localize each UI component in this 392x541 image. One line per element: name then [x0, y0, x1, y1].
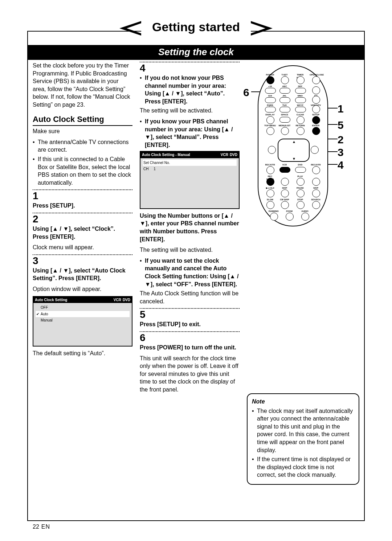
open-close-button[interactable]: [312, 76, 320, 84]
btn-label: DISPLAY: [264, 113, 276, 116]
callout-5: 5: [338, 118, 344, 133]
note-item: The clock may set itself automatically a…: [252, 407, 354, 454]
makesure-item: The antenna/Cable TV connections are cor…: [33, 138, 132, 154]
nav-up-icon: ▲: [292, 139, 296, 144]
osd-option-auto: ✔Auto: [36, 311, 130, 317]
num-1-button[interactable]: [265, 88, 276, 94]
display-button[interactable]: [266, 116, 274, 124]
btn-label: DUBBING: [268, 210, 280, 213]
num-3-button[interactable]: [295, 88, 306, 94]
step-6-instruction: Press [POWER] to turn off the unit.: [140, 344, 240, 352]
power-button[interactable]: [266, 76, 274, 84]
clear-button[interactable]: [297, 116, 305, 124]
vcr-mode-button[interactable]: [279, 167, 290, 173]
osd-tag: VCR: [114, 298, 121, 303]
osd-tag: DVD: [230, 152, 237, 157]
osd-tag: DVD: [123, 298, 130, 303]
btn-label: +10: [264, 85, 276, 88]
osd-title: Auto Clock Setting: [35, 298, 67, 303]
osd-title: Auto Clock Setting - Manual: [142, 152, 190, 157]
btn-label: SLOW: [264, 198, 276, 201]
btn-label: REC/OTR: [264, 163, 276, 166]
num-8-button[interactable]: [279, 107, 290, 112]
makesure-item: If this unit is connected to a Cable Box…: [33, 155, 132, 187]
num-4-button[interactable]: [265, 97, 276, 103]
btn-label: POWER: [264, 73, 276, 76]
num-6-button[interactable]: [295, 97, 306, 103]
rec-speed-button[interactable]: [266, 178, 274, 186]
num-9-button[interactable]: [295, 107, 306, 112]
ch-down-button[interactable]: [312, 105, 320, 113]
btn-label: GHI: [264, 94, 276, 97]
stop-button[interactable]: [297, 201, 305, 209]
num-5-button[interactable]: [279, 97, 290, 103]
zoom-button[interactable]: [286, 213, 294, 221]
callout-1: 1: [338, 102, 344, 116]
transport-button[interactable]: [312, 178, 320, 186]
rec-otr-dvd-button[interactable]: [312, 166, 320, 174]
step-number: 4: [140, 63, 240, 73]
nav-right-button[interactable]: [311, 146, 319, 154]
dubbing-button[interactable]: [270, 213, 278, 221]
enter-button[interactable]: [312, 127, 320, 135]
btn-label: PQRS: [264, 104, 276, 107]
step-1-instruction: Press [SETUP].: [33, 202, 132, 210]
pause-button[interactable]: [297, 189, 305, 197]
btn-label: CLEAR: [294, 113, 306, 116]
num-2-button[interactable]: [279, 88, 290, 94]
auto-clock-heading: Auto Clock Setting: [33, 114, 132, 126]
btn-label: TOP MENU: [264, 124, 276, 127]
return-button[interactable]: [297, 127, 305, 135]
step-4b-instruction: If you know your PBS channel number in y…: [145, 118, 233, 148]
osd-option-manual: Manual: [36, 317, 130, 324]
timer-prog-button[interactable]: [297, 76, 305, 84]
btn-label: DVD: [294, 163, 306, 166]
step-4a-result: The setting will be activated.: [140, 107, 240, 115]
dvd-mode-button[interactable]: [295, 167, 306, 173]
step-3-result: Option window will appear.: [33, 285, 132, 293]
transport-button[interactable]: [281, 178, 289, 186]
osd-channel-row: CH 1: [143, 166, 237, 172]
section-subtitle: Setting the clock: [28, 45, 364, 60]
btn-label: ▶+I.SLII: [264, 187, 276, 189]
dot-button[interactable]: [312, 86, 320, 94]
audio-button[interactable]: [301, 213, 309, 221]
nav-pad[interactable]: ▲ ▼: [278, 139, 310, 162]
osd-tag: VCR: [221, 152, 228, 157]
btn-label: T-SET: [278, 73, 291, 76]
step-number: 6: [140, 333, 240, 343]
num-0-button[interactable]: [279, 117, 290, 123]
top-menu-button[interactable]: [266, 127, 274, 135]
setup-button[interactable]: [312, 116, 320, 124]
nav-down-icon: ▼: [292, 156, 296, 161]
step-number: 2: [33, 214, 132, 224]
transport-button[interactable]: [266, 189, 274, 197]
step-4c-result: The setting will be activated.: [140, 246, 240, 254]
step-3-instruction: Using [▲ / ▼], select “Auto Clock Settin…: [33, 267, 132, 282]
tset-button[interactable]: [281, 76, 289, 84]
ch-up-button[interactable]: [312, 96, 320, 104]
step-5-instruction: Press [SETUP] to exit.: [140, 320, 240, 328]
osd-auto-clock-setting: Auto Clock Setting VCR DVD OFF ✔Auto Man…: [33, 296, 132, 347]
num-7-button[interactable]: [265, 107, 276, 112]
step-number: 3: [33, 256, 132, 266]
skip-back-button[interactable]: [281, 189, 289, 197]
banner-left-wing: [119, 21, 141, 36]
cm-skip-button[interactable]: [281, 201, 289, 209]
page-number: 22EN: [33, 524, 50, 530]
skip-fwd-button[interactable]: [312, 189, 320, 197]
btn-label: PAUSE: [294, 187, 306, 189]
rec-otr-vcr-button[interactable]: [266, 166, 274, 174]
menu-list-button[interactable]: [281, 127, 289, 135]
slow-button[interactable]: [266, 201, 274, 209]
btn-label: ZOOM: [283, 210, 295, 213]
search-button[interactable]: [312, 201, 320, 209]
osd-auto-clock-manual: Auto Clock Setting - Manual VCR DVD Set …: [140, 151, 240, 209]
page-content: Set the clock before you try the Timer P…: [33, 62, 359, 517]
step-4c-instruction: Using the Number buttons or [▲ / ▼], ent…: [140, 212, 240, 243]
play-button[interactable]: [297, 178, 305, 186]
btn-label: SEARCH: [310, 198, 322, 201]
step-number: 1: [33, 191, 132, 201]
nav-left-button[interactable]: [268, 146, 276, 154]
step-4a-instruction: If you do not know your PBS channel numb…: [145, 75, 226, 104]
